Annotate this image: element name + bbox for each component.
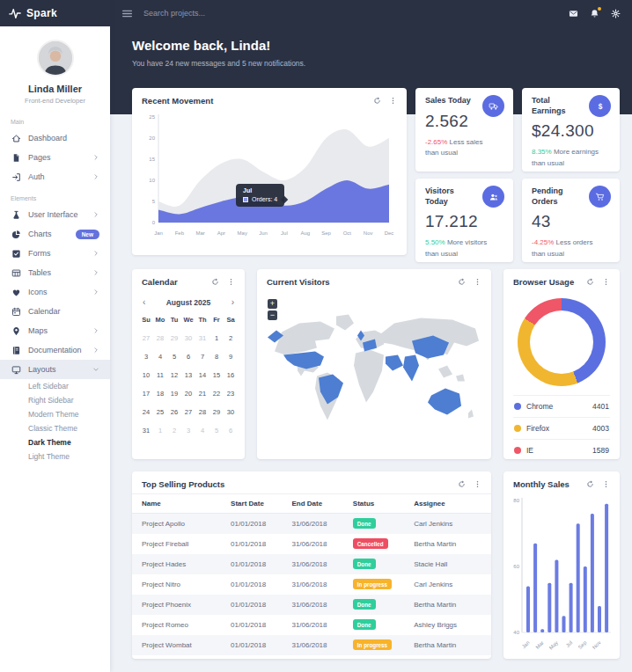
navbar-gear-icon[interactable] xyxy=(611,9,621,18)
calendar-day[interactable]: 5 xyxy=(209,427,224,435)
kebab-menu-icon[interactable] xyxy=(474,278,481,286)
calendar-day[interactable]: 30 xyxy=(224,408,238,416)
table-icon xyxy=(11,268,21,278)
calendar-day[interactable]: 8 xyxy=(209,353,224,361)
topbar-icons xyxy=(569,9,621,18)
calendar-day[interactable]: 12 xyxy=(167,371,181,379)
calendar-day[interactable]: 21 xyxy=(195,390,209,398)
calendar-day[interactable]: 4 xyxy=(153,353,167,361)
calendar-day[interactable]: 19 xyxy=(167,390,181,398)
calendar-day[interactable]: 3 xyxy=(181,427,195,435)
calendar-day[interactable]: 6 xyxy=(181,353,195,361)
stat-delta: -2.65% xyxy=(425,138,447,146)
calendar-day[interactable]: 16 xyxy=(224,371,238,379)
sidebar-item-user-interface[interactable]: User Interface xyxy=(0,205,110,224)
kebab-menu-icon[interactable] xyxy=(602,278,610,286)
calendar-day[interactable]: 2 xyxy=(167,427,181,435)
stat-value: 17.212 xyxy=(425,212,503,231)
stat-title: Visitors Today xyxy=(425,186,474,207)
calendar-day[interactable]: 28 xyxy=(153,334,167,342)
sidebar-item-tables[interactable]: Tables xyxy=(0,263,110,282)
map-zoom-in-button[interactable]: + xyxy=(268,299,277,309)
sidebar-item-auth[interactable]: Auth xyxy=(0,167,110,186)
kebab-menu-icon[interactable] xyxy=(227,278,235,286)
calendar-day[interactable]: 13 xyxy=(181,371,195,379)
sidebar-item-charts[interactable]: ChartsNew xyxy=(0,224,110,244)
calendar-day[interactable]: 2 xyxy=(224,334,238,342)
calendar-day[interactable]: 23 xyxy=(224,390,238,398)
calendar-day[interactable]: 6 xyxy=(224,427,238,435)
sidebar-subitem-dark-theme[interactable]: Dark Theme xyxy=(0,435,110,449)
calendar-prev-icon[interactable]: ‹ xyxy=(141,297,147,307)
login-icon xyxy=(11,172,21,182)
svg-text:Feb: Feb xyxy=(175,230,185,236)
calendar-day[interactable]: 17 xyxy=(139,390,153,398)
calendar-day[interactable]: 30 xyxy=(181,334,195,342)
browser-usage-card: Browser Usage Chrome 4401 Firefox 4003 I… xyxy=(503,269,620,459)
calendar-next-icon[interactable]: › xyxy=(230,297,236,307)
sidebar-item-pages[interactable]: Pages xyxy=(0,148,110,167)
sidebar-item-layouts[interactable]: Layouts xyxy=(0,360,110,379)
calendar-day[interactable]: 9 xyxy=(224,353,238,361)
calendar-day[interactable]: 27 xyxy=(139,334,153,342)
svg-text:May: May xyxy=(238,230,247,236)
world-map[interactable] xyxy=(257,291,491,449)
refresh-icon[interactable] xyxy=(373,97,381,105)
calendar-day[interactable]: 3 xyxy=(139,353,153,361)
kebab-menu-icon[interactable] xyxy=(602,480,610,488)
sidebar-item-icons[interactable]: Icons xyxy=(0,282,110,302)
navbar-envelope-icon[interactable] xyxy=(569,9,578,18)
brand[interactable]: Spark xyxy=(0,0,110,26)
calendar-day[interactable]: 25 xyxy=(153,408,167,416)
calendar-day[interactable]: 1 xyxy=(209,334,224,342)
refresh-icon[interactable] xyxy=(458,278,466,286)
calendar-day[interactable]: 28 xyxy=(195,408,209,416)
sidebar-subitem-light-theme[interactable]: Light Theme xyxy=(0,449,110,464)
card-title: Browser Usage xyxy=(513,277,574,287)
svg-text:Apr: Apr xyxy=(217,230,225,236)
hamburger-menu-icon[interactable] xyxy=(121,8,133,19)
sidebar-item-forms[interactable]: Forms xyxy=(0,244,110,263)
calendar-day[interactable]: 11 xyxy=(153,371,167,379)
svg-text:Sep: Sep xyxy=(321,230,331,236)
calendar-day[interactable]: 4 xyxy=(195,427,209,435)
sidebar-item-label: Tables xyxy=(28,268,51,277)
calendar-day[interactable]: 10 xyxy=(139,371,153,379)
calendar-day[interactable]: 15 xyxy=(209,371,224,379)
calendar-day[interactable]: 29 xyxy=(209,408,224,416)
calendar-day[interactable]: 31 xyxy=(139,427,153,435)
calendar-day[interactable]: 26 xyxy=(167,408,181,416)
calendar-day[interactable]: 22 xyxy=(209,390,224,398)
calendar-day[interactable]: 31 xyxy=(195,334,209,342)
navbar-bell-icon[interactable] xyxy=(590,9,599,18)
calendar-day[interactable]: 7 xyxy=(195,353,209,361)
sidebar-subitem-classic-theme[interactable]: Classic Theme xyxy=(0,421,110,435)
calendar-day[interactable]: 1 xyxy=(153,427,167,435)
search-input[interactable] xyxy=(143,9,569,18)
calendar-day[interactable]: 27 xyxy=(181,408,195,416)
calendar-day[interactable]: 29 xyxy=(167,334,181,342)
sidebar-item-dashboard[interactable]: Dashboard xyxy=(0,128,110,148)
legend-item: Chrome 4401 xyxy=(513,395,610,417)
sidebar-item-calendar[interactable]: Calendar xyxy=(0,302,110,321)
calendar-day[interactable]: 20 xyxy=(181,390,195,398)
calendar-day[interactable]: 5 xyxy=(167,353,181,361)
stat-delta: 8.35% xyxy=(532,148,552,156)
refresh-icon[interactable] xyxy=(211,278,219,286)
refresh-icon[interactable] xyxy=(458,480,466,488)
calendar-day[interactable]: 14 xyxy=(195,371,209,379)
calendar-day[interactable]: 18 xyxy=(153,390,167,398)
kebab-menu-icon[interactable] xyxy=(474,480,481,488)
avatar[interactable] xyxy=(37,40,74,77)
sidebar-subitem-left-sidebar[interactable]: Left Sidebar xyxy=(0,379,110,393)
sidebar-item-documentation[interactable]: Documentation xyxy=(0,340,110,360)
map-zoom-out-button[interactable]: − xyxy=(268,310,277,320)
refresh-icon[interactable] xyxy=(586,480,594,488)
sidebar-subitem-right-sidebar[interactable]: Right Sidebar xyxy=(0,393,110,407)
kebab-menu-icon[interactable] xyxy=(389,97,397,105)
legend-label: IE xyxy=(526,446,533,455)
refresh-icon[interactable] xyxy=(586,278,594,286)
sidebar-item-maps[interactable]: Maps xyxy=(0,321,110,340)
calendar-day[interactable]: 24 xyxy=(139,408,153,416)
sidebar-subitem-modern-theme[interactable]: Modern Theme xyxy=(0,407,110,421)
